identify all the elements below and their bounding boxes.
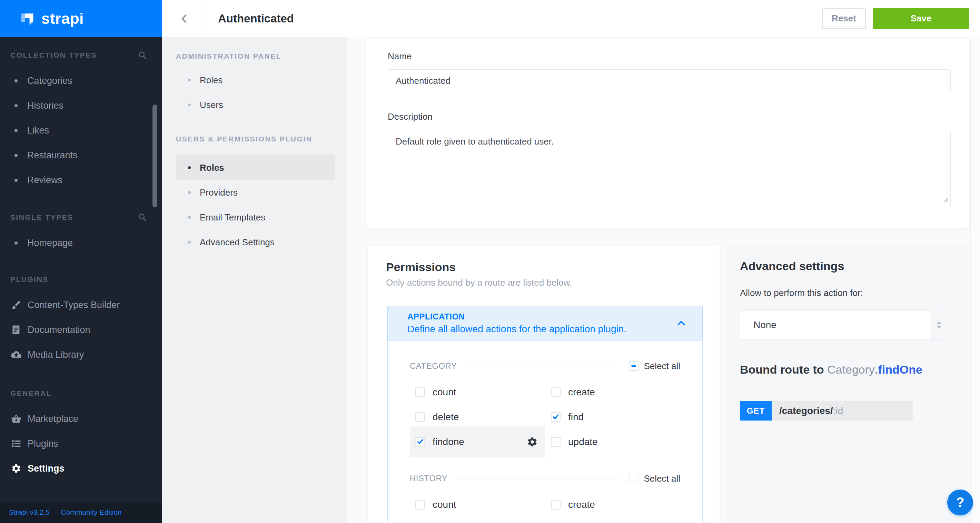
sidebar-item-label: Content-Types Builder (28, 300, 120, 310)
permission-label: find (568, 412, 584, 423)
bullet-icon (188, 166, 191, 169)
update-checkbox[interactable] (551, 437, 560, 447)
allow-action-select[interactable]: None (740, 310, 948, 340)
accordion-description: Define all allowed actions for the appli… (407, 324, 627, 335)
sidebar-footer: Strapi v3.2.5 — Community Edition (0, 502, 162, 523)
subnav-item-label: Providers (200, 187, 238, 198)
permission-category-find[interactable]: find (546, 405, 681, 429)
sidebar-item-settings[interactable]: Settings (0, 456, 162, 481)
sidebar-item-content-types-builder[interactable]: Content-Types Builder (0, 292, 162, 317)
subnav-item-label: Roles (200, 75, 223, 86)
bullet-icon (14, 154, 18, 157)
category-section-name: CATEGORY (410, 361, 457, 371)
create-checkbox[interactable] (551, 388, 560, 397)
subnav-item-up-roles[interactable]: Roles (176, 155, 335, 180)
sidebar-item-categories[interactable]: Categories (0, 68, 162, 93)
subnav-item-advanced-settings[interactable]: Advanced Settings (176, 230, 335, 254)
select-all-history[interactable]: Select all (629, 473, 681, 484)
sidebar-item-label: Documentation (28, 324, 91, 335)
name-input[interactable] (388, 69, 951, 92)
logo-text: strapi (41, 10, 84, 27)
strapi-logo[interactable]: strapi (0, 0, 162, 37)
delete-checkbox[interactable] (415, 412, 425, 422)
sidebar-item-plugins[interactable]: Plugins (0, 431, 162, 456)
question-mark-icon: ? (956, 495, 964, 510)
sidebar-item-marketplace[interactable]: Marketplace (0, 406, 162, 431)
sidebar-item-likes[interactable]: Likes (0, 118, 162, 143)
subnav-item-label: Roles (200, 162, 224, 173)
count-checkbox[interactable] (415, 388, 425, 397)
subnav-item-admin-roles[interactable]: Roles (176, 68, 335, 92)
subnav-section-users-permissions-plugin: USERS & PERMISSIONS PLUGIN (162, 131, 347, 147)
section-label: GENERAL (10, 389, 52, 397)
divider (465, 366, 620, 366)
sidebar-item-label: Homepage (27, 238, 73, 248)
permission-category-count[interactable]: count (410, 380, 546, 405)
section-single-types: SINGLE TYPES (0, 209, 162, 226)
section-plugins: PLUGINS (0, 271, 162, 288)
sidebar-item-restaurants[interactable]: Restaurants (0, 143, 162, 168)
search-icon[interactable] (138, 213, 147, 222)
category-section-header: CATEGORY Select all (410, 361, 680, 372)
create-checkbox[interactable] (551, 500, 560, 510)
sidebar-item-label: Plugins (28, 439, 58, 449)
bound-route-controller: Category (827, 363, 875, 376)
version-link[interactable]: Strapi v3.2.5 — Community Edition (9, 508, 122, 517)
permission-history-create[interactable]: create (546, 492, 681, 517)
select-all-category-checkbox[interactable] (629, 361, 638, 371)
subnav-item-providers[interactable]: Providers (176, 180, 335, 205)
permission-category-update[interactable]: update (546, 429, 681, 455)
bullet-icon (188, 216, 191, 219)
page-title: Authenticated (218, 12, 822, 25)
find-checkbox[interactable] (551, 412, 560, 422)
reset-button[interactable]: Reset (822, 8, 866, 29)
subnav-item-label: Email Templates (200, 212, 265, 223)
history-section-name: HISTORY (410, 474, 447, 483)
sidebar-item-label: Media Library (28, 350, 84, 360)
search-icon[interactable] (138, 51, 147, 60)
chevron-up-icon (676, 318, 686, 328)
subnav-item-email-templates[interactable]: Email Templates (176, 205, 335, 230)
back-button[interactable] (162, 0, 207, 37)
main-content: Name Description Default role given to a… (347, 37, 980, 523)
application-accordion: APPLICATION Define all allowed actions f… (387, 306, 703, 523)
sidebar-item-histories[interactable]: Histories (0, 93, 162, 118)
route-path: /categories/:id (779, 405, 843, 416)
bullet-icon (188, 241, 191, 243)
settings-gear-icon[interactable] (527, 436, 538, 447)
select-all-category[interactable]: Select all (629, 361, 681, 372)
sidebar-item-label: Settings (28, 463, 65, 474)
permission-label: delete (433, 412, 459, 423)
subnav-item-label: Users (200, 100, 223, 110)
permission-label: create (568, 499, 595, 510)
sidebar-item-homepage[interactable]: Homepage (0, 231, 162, 255)
findone-checkbox[interactable] (415, 437, 425, 447)
select-all-history-checkbox[interactable] (629, 474, 638, 483)
count-checkbox[interactable] (415, 500, 425, 510)
bullet-icon (188, 191, 191, 194)
select-all-label: Select all (644, 361, 681, 372)
resize-handle-icon[interactable] (942, 197, 948, 203)
sidebar-item-reviews[interactable]: Reviews (0, 168, 162, 192)
help-button[interactable]: ? (947, 490, 973, 515)
section-label: SINGLE TYPES (10, 213, 73, 221)
sidebar-item-documentation[interactable]: Documentation (0, 317, 162, 342)
gear-icon (11, 463, 21, 474)
permission-history-count[interactable]: count (410, 492, 546, 517)
subnav-item-admin-users[interactable]: Users (176, 92, 335, 117)
permission-category-create[interactable]: create (546, 380, 681, 405)
page-scrollbar-track[interactable] (970, 37, 980, 523)
save-button[interactable]: Save (873, 8, 969, 29)
application-accordion-header[interactable]: APPLICATION Define all allowed actions f… (387, 306, 703, 340)
sidebar-item-media-library[interactable]: Media Library (0, 342, 162, 367)
sidebar-scrollbar-thumb[interactable] (153, 105, 157, 207)
permission-category-findone[interactable]: findone (410, 426, 546, 458)
permission-category-delete[interactable]: delete (410, 405, 546, 429)
permission-label: create (568, 387, 595, 398)
history-section-header: HISTORY Select all (410, 473, 680, 484)
basket-icon (11, 413, 21, 424)
paintbrush-icon (11, 300, 21, 310)
select-all-label: Select all (644, 473, 681, 484)
bound-route-line: Bound route to Category.findOne (740, 362, 949, 377)
description-textarea[interactable]: Default role given to authenticated user… (388, 130, 951, 206)
